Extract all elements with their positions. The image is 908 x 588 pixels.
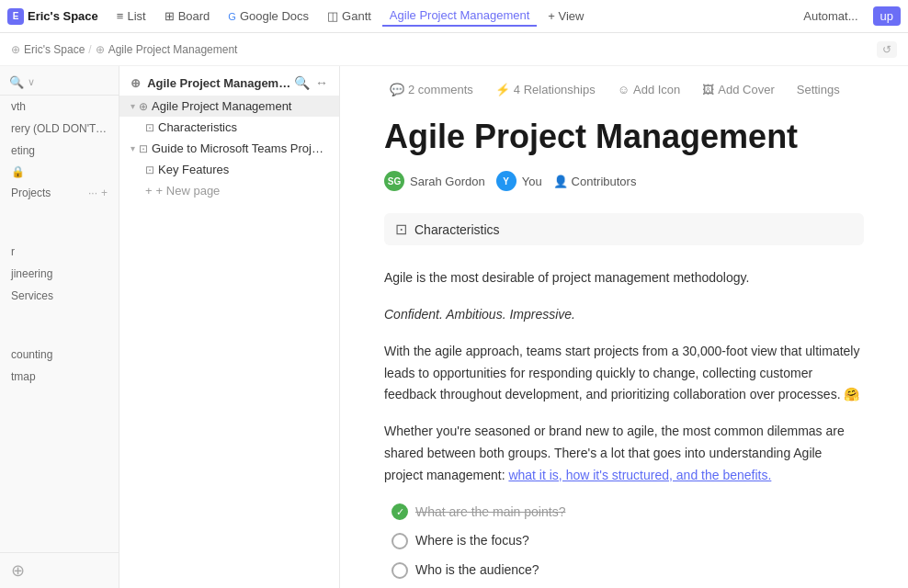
doc-meta-bar: 💬 2 comments ⚡ 4 Relationships ☺ Add Ico…: [384, 66, 864, 106]
gantt-icon: ◫: [327, 9, 338, 23]
nav-google-docs[interactable]: G Google Docs: [221, 6, 316, 26]
sidebar-item-rery[interactable]: rery (OLD DON'T US...: [0, 118, 119, 140]
nav-add-view[interactable]: + View: [540, 6, 591, 26]
sidebar-item-engineering[interactable]: jineering: [0, 263, 119, 285]
sidebar-lock: 🔒: [0, 162, 119, 182]
author-you-name: You: [522, 175, 542, 188]
characteristics-label: Characteristics: [414, 222, 500, 237]
sidebar-item-vth[interactable]: vth: [0, 96, 119, 118]
comment-icon: 💬: [390, 83, 404, 96]
check-item-1: ✓ What are the main points?: [384, 502, 864, 524]
search-chevron[interactable]: ∨: [28, 76, 35, 88]
person-icon: 👤: [553, 175, 568, 188]
nav-board[interactable]: ⊞ Board: [157, 6, 218, 26]
check-label-3: Who is the audience?: [415, 560, 539, 582]
doc-sidebar-header: ⊕ Agile Project Management 🔍 ↔: [119, 66, 339, 96]
doc-tree-item-agile[interactable]: ▾ ⊕ Agile Project Management: [119, 96, 339, 117]
search-icon: 🔍: [9, 75, 24, 89]
checkbox-1[interactable]: ✓: [392, 503, 408, 520]
up-button[interactable]: up: [873, 6, 901, 26]
cover-icon: 🖼: [702, 83, 714, 96]
sidebar-item-r[interactable]: r: [0, 241, 119, 263]
sidebar-bottom-circle-icon: ⊕: [11, 560, 25, 581]
doc-item-icon: ⊕: [139, 100, 148, 113]
author-sarah[interactable]: SG Sarah Gordon: [384, 171, 485, 191]
doc-sidebar-globe-icon: ⊕: [131, 76, 141, 90]
nav-gantt[interactable]: ◫ Gantt: [320, 6, 379, 26]
googledocs-icon: G: [228, 11, 236, 22]
relationship-icon: ⚡: [495, 83, 510, 96]
new-page-button[interactable]: + + New page: [119, 180, 339, 201]
body-para4-link[interactable]: what it is, how it's structured, and the…: [508, 468, 771, 482]
author-sarah-avatar: SG: [384, 171, 404, 191]
doc-expand-icon[interactable]: ↔: [315, 75, 328, 90]
projects-more-icon[interactable]: ···: [88, 187, 97, 199]
doc-sidebar: ⊕ Agile Project Management 🔍 ↔ ▾ ⊕ Agile…: [119, 66, 340, 588]
checkbox-2[interactable]: [392, 533, 408, 549]
document-body: Agile is the most desirable of project m…: [384, 267, 864, 588]
emoji-icon: ☺: [618, 83, 630, 96]
add-icon-button[interactable]: ☺ Add Icon: [612, 81, 687, 98]
doc-key-features-icon: ⊡: [145, 164, 154, 176]
chevron-down-icon: ▾: [131, 101, 135, 111]
author-you[interactable]: Y You: [496, 171, 542, 191]
check-item-2: Where is the focus?: [384, 530, 864, 552]
doc-sidebar-title: ⊕ Agile Project Management: [131, 76, 294, 90]
document-title: Agile Project Management: [384, 117, 864, 156]
breadcrumb-page-link[interactable]: Agile Project Management: [108, 43, 238, 56]
automate-button[interactable]: Automat...: [796, 6, 865, 26]
space-title[interactable]: Eric's Space: [28, 9, 98, 23]
nav-list[interactable]: ≡ List: [109, 6, 153, 26]
doc-guide-icon: ⊡: [139, 142, 148, 155]
relationships-button[interactable]: ⚡ 4 Relationships: [490, 81, 601, 98]
check-item-3: Who is the audience?: [384, 560, 864, 582]
doc-tree-item-guide[interactable]: ▾ ⊡ Guide to Microsoft Teams Project...: [119, 138, 339, 159]
body-para2: Confident. Ambitious. Impressive.: [384, 304, 864, 326]
left-sidebar: 🔍 ∨ vth rery (OLD DON'T US... eting 🔒 Pr…: [0, 66, 119, 588]
sidebar-item-counting[interactable]: counting: [0, 344, 119, 366]
doc-tree-item-key-features[interactable]: ⊡ Key Features: [119, 159, 339, 180]
contributors-button[interactable]: 👤 Contributors: [553, 175, 637, 188]
chevron-right-icon: ▾: [131, 143, 135, 153]
body-para1: Agile is the most desirable of project m…: [384, 267, 864, 289]
doc-item-page-icon: ⊡: [145, 121, 154, 134]
breadcrumb-space-link[interactable]: Eric's Space: [24, 43, 85, 56]
author-you-avatar: Y: [496, 171, 516, 191]
add-cover-button[interactable]: 🖼 Add Cover: [697, 81, 779, 98]
list-icon: ≡: [117, 9, 124, 23]
body-para4: Whether you're seasoned or brand new to …: [384, 421, 864, 486]
sidebar-bottom-icon[interactable]: ⊕: [0, 552, 119, 588]
sidebar-item-services[interactable]: Services: [0, 285, 119, 307]
doc-tree-item-characteristics[interactable]: ⊡ Characteristics: [119, 117, 339, 138]
sidebar-item-projects[interactable]: Projects ··· +: [0, 182, 119, 204]
checklist: ✓ What are the main points? Where is the…: [384, 502, 864, 582]
sidebar-item-tmap[interactable]: tmap: [0, 366, 119, 388]
characteristics-block[interactable]: ⊡ Characteristics: [384, 213, 864, 245]
comments-button[interactable]: 💬 2 comments: [384, 81, 479, 98]
board-icon: ⊞: [165, 9, 175, 23]
nav-agile-pm[interactable]: Agile Project Management: [382, 6, 537, 27]
check-label-2: Where is the focus?: [415, 530, 529, 552]
top-navigation: E Eric's Space ≡ List ⊞ Board G Google D…: [0, 0, 908, 33]
space-icon: E: [7, 8, 24, 25]
body-para3: With the agile approach, teams start pro…: [384, 341, 864, 406]
left-sidebar-items: vth rery (OLD DON'T US... eting 🔒 Projec…: [0, 96, 119, 552]
lock-icon: 🔒: [11, 165, 25, 178]
doc-search-icon[interactable]: 🔍: [294, 75, 310, 90]
doc-block-icon: ⊡: [395, 220, 407, 238]
undo-button[interactable]: ↺: [877, 41, 897, 58]
doc-sidebar-actions: 🔍 ↔: [294, 75, 328, 90]
breadcrumb: ⊕ Eric's Space / ⊕ Agile Project Managem…: [0, 33, 908, 66]
checkbox-3[interactable]: [392, 562, 408, 579]
sidebar-item-eting[interactable]: eting: [0, 140, 119, 162]
check-label-1: What are the main points?: [415, 502, 565, 524]
breadcrumb-space-icon: ⊕: [11, 43, 20, 56]
main-layout: 🔍 ∨ vth rery (OLD DON'T US... eting 🔒 Pr…: [0, 66, 908, 588]
settings-button[interactable]: Settings: [791, 81, 846, 98]
doc-authors: SG Sarah Gordon Y You 👤 Contributors: [384, 171, 864, 191]
main-content: 💬 2 comments ⚡ 4 Relationships ☺ Add Ico…: [340, 66, 908, 588]
breadcrumb-sep1: /: [88, 43, 91, 56]
projects-add-icon[interactable]: +: [101, 187, 108, 199]
breadcrumb-page-icon: ⊕: [96, 43, 105, 56]
author-sarah-name: Sarah Gordon: [410, 175, 485, 188]
